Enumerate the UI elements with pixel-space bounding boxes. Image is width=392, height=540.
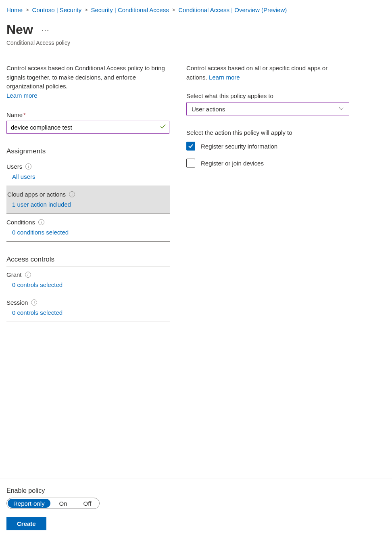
access-controls-header: Access controls — [6, 255, 170, 266]
name-label: Name* — [6, 111, 170, 118]
session-value[interactable]: 0 controls selected — [6, 307, 170, 322]
info-icon[interactable]: i — [31, 299, 37, 306]
learn-more-link[interactable]: Learn more — [6, 92, 38, 99]
toggle-off[interactable]: Off — [75, 498, 100, 509]
checkbox-icon[interactable] — [186, 159, 195, 167]
action-label: Select the action this policy will apply… — [186, 129, 350, 136]
toggle-report-only[interactable]: Report-only — [8, 499, 50, 508]
users-value[interactable]: All users — [6, 171, 170, 186]
config-row-users[interactable]: Users i All users — [6, 158, 170, 186]
footer: Enable policy Report-only On Off Create — [0, 479, 392, 540]
page-subtitle: Conditional Access policy — [6, 40, 386, 46]
grant-label: Grant — [6, 271, 22, 278]
chevron-right-icon: > — [26, 7, 29, 13]
config-row-grant[interactable]: Grant i 0 controls selected — [6, 266, 170, 294]
toggle-on[interactable]: On — [51, 498, 75, 509]
enable-policy-label: Enable policy — [6, 487, 386, 494]
config-row-conditions[interactable]: Conditions i 0 conditions selected — [6, 214, 170, 242]
chevron-down-icon — [338, 106, 344, 113]
info-icon[interactable]: i — [38, 219, 44, 225]
checkbox-label: Register or join devices — [201, 160, 264, 167]
breadcrumb-contoso-security[interactable]: Contoso | Security — [32, 6, 81, 13]
applies-to-label: Select what this policy applies to — [186, 92, 350, 99]
conditions-value[interactable]: 0 conditions selected — [6, 226, 170, 241]
more-icon[interactable]: ⋯ — [40, 25, 51, 35]
info-icon[interactable]: i — [25, 163, 31, 170]
config-row-session[interactable]: Session i 0 controls selected — [6, 294, 170, 322]
breadcrumb-ca-overview[interactable]: Conditional Access | Overview (Preview) — [178, 6, 287, 13]
required-star-icon: * — [23, 111, 26, 118]
create-button[interactable]: Create — [6, 517, 46, 530]
info-icon[interactable]: i — [69, 191, 75, 197]
checkmark-icon — [160, 123, 166, 131]
session-label: Session — [6, 299, 28, 306]
users-label: Users — [6, 163, 22, 170]
chevron-right-icon: > — [172, 7, 175, 13]
grant-value[interactable]: 0 controls selected — [6, 279, 170, 294]
checkbox-icon[interactable] — [186, 142, 195, 151]
breadcrumb-security-ca[interactable]: Security | Conditional Access — [91, 6, 169, 13]
checkbox-register-security-info[interactable]: Register security information — [186, 142, 350, 151]
name-input[interactable] — [6, 121, 169, 134]
config-row-cloud-apps[interactable]: Cloud apps or actions i 1 user action in… — [6, 186, 170, 214]
checkbox-register-join-devices[interactable]: Register or join devices — [186, 159, 350, 167]
checkbox-label: Register security information — [201, 143, 277, 150]
right-intro: Control access based on all or specific … — [186, 64, 350, 82]
chevron-right-icon: > — [85, 7, 88, 13]
breadcrumb-home[interactable]: Home — [6, 6, 23, 13]
intro-text: Control access based on Conditional Acce… — [6, 64, 170, 100]
applies-to-value: User actions — [192, 106, 225, 113]
assignments-header: Assignments — [6, 147, 170, 158]
applies-to-dropdown[interactable]: User actions — [186, 103, 349, 115]
cloud-apps-value[interactable]: 1 user action included — [6, 199, 170, 213]
breadcrumb: Home > Contoso | Security > Security | C… — [6, 6, 386, 13]
page-title: New — [6, 22, 33, 37]
enable-policy-toggle[interactable]: Report-only On Off — [6, 498, 100, 509]
info-icon[interactable]: i — [25, 272, 31, 278]
learn-more-link-right[interactable]: Learn more — [209, 74, 240, 81]
conditions-label: Conditions — [6, 219, 35, 226]
cloud-apps-label: Cloud apps or actions — [7, 191, 66, 198]
